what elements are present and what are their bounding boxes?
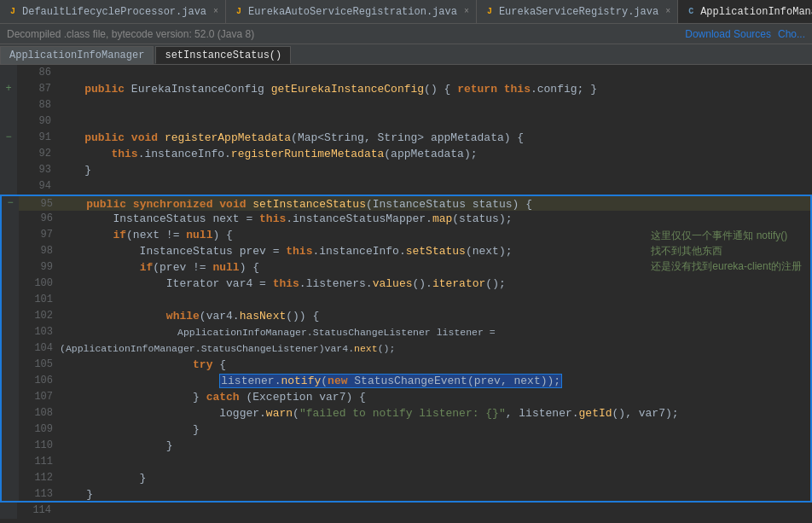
gutter-100 xyxy=(2,276,19,292)
gutter-86 xyxy=(0,65,17,81)
table-row: 110 } xyxy=(2,438,810,454)
code-98: InstanceStatus prev = this.instanceInfo.… xyxy=(60,243,810,259)
linenum-91: 91 xyxy=(17,130,58,146)
linenum-109: 109 xyxy=(19,421,60,438)
gutter-88 xyxy=(0,97,17,113)
code-editor[interactable]: 86 + 87 public EurekaInstanceConfig getE… xyxy=(0,65,812,523)
table-row: + 87 public EurekaInstanceConfig getEure… xyxy=(0,81,812,97)
code-94 xyxy=(58,178,812,195)
table-row: 97 if(next != null) { xyxy=(2,227,810,243)
table-row: 93 } xyxy=(0,162,812,178)
code-101 xyxy=(60,292,810,308)
code-114 xyxy=(58,503,812,519)
linenum-86: 86 xyxy=(17,65,58,81)
linenum-97: 97 xyxy=(19,227,60,243)
gutter-94 xyxy=(0,178,17,195)
choose-link[interactable]: Cho... xyxy=(778,28,805,40)
gutter-113 xyxy=(2,486,19,501)
linenum-110: 110 xyxy=(19,438,60,454)
code-111 xyxy=(60,454,810,470)
gutter-105 xyxy=(2,357,19,373)
code-112: } xyxy=(60,470,810,486)
gutter-112 xyxy=(2,470,19,486)
linenum-111: 111 xyxy=(19,454,60,470)
linenum-101: 101 xyxy=(19,292,60,308)
linenum-100: 100 xyxy=(19,276,60,292)
method-body: 这里仅仅一个事件通知 notify() 找不到其他东西 还是没有找到eureka… xyxy=(0,211,812,486)
tab-defaultlifecycleprocessor[interactable]: J DefaultLifecycleProcessor.java × xyxy=(0,0,226,23)
tab-eurekaautosvc[interactable]: J EurekaAutoServiceRegistration.java × xyxy=(226,0,477,23)
linenum-96: 96 xyxy=(19,211,60,227)
table-row: 107 } catch (Exception var7) { xyxy=(2,389,810,405)
linenum-113: 113 xyxy=(19,486,60,501)
table-row: 108 logger.warn("failed to notify listen… xyxy=(2,405,810,421)
method-tabs: ApplicationInfoManager setInstanceStatus… xyxy=(0,44,812,65)
gutter-107 xyxy=(2,389,19,405)
code-86 xyxy=(58,65,812,81)
code-109: } xyxy=(60,421,810,438)
code-108: logger.warn("failed to notify listener: … xyxy=(60,405,810,421)
table-row: − 95 public synchronized void setInstanc… xyxy=(0,195,812,211)
table-row: 104 xyxy=(2,340,810,357)
linenum-90: 90 xyxy=(17,113,58,130)
table-row: 102 while(var4.hasNext()) { xyxy=(2,308,810,324)
tab-applicationinfomanager[interactable]: C ApplicationInfoManager.class × xyxy=(678,0,812,23)
code-96: InstanceStatus next = this.instanceStatu… xyxy=(60,211,810,227)
tab-eurekaserviceregistry[interactable]: J EurekaServiceRegistry.java × xyxy=(477,0,678,23)
gutter-99 xyxy=(2,259,19,276)
code-97: if(next != null) { xyxy=(60,227,810,243)
gutter-90 xyxy=(0,113,17,130)
table-row: 113 } xyxy=(0,486,812,503)
linenum-95: 95 xyxy=(19,196,60,211)
table-row: 88 xyxy=(0,97,812,113)
tab-close-icon[interactable]: × xyxy=(665,7,670,16)
code-95: public synchronized void setInstanceStat… xyxy=(60,196,810,211)
java-icon: J xyxy=(233,6,245,18)
code-92: this.instanceInfo.registerRuntimeMetadat… xyxy=(58,146,812,162)
editor: J DefaultLifecycleProcessor.java × J Eur… xyxy=(0,0,812,523)
gutter-106 xyxy=(2,373,19,389)
linenum-99: 99 xyxy=(19,259,60,276)
gutter-92 xyxy=(0,146,17,162)
linenum-87: 87 xyxy=(17,81,58,97)
code-100: Iterator var4 = this.listeners.values().… xyxy=(60,276,810,292)
tab-bar: J DefaultLifecycleProcessor.java × J Eur… xyxy=(0,0,812,24)
code-113: } xyxy=(60,486,810,501)
gutter-101 xyxy=(2,292,19,308)
method-tab-class[interactable]: ApplicationInfoManager xyxy=(0,46,154,64)
gutter-95: − xyxy=(2,196,19,211)
code-99: if(prev != null) { xyxy=(60,259,810,276)
java-icon: J xyxy=(7,6,19,18)
code-103: ApplicationInfoManager.StatusChangeListe… xyxy=(60,324,810,340)
linenum-104: 104 xyxy=(19,340,60,357)
table-row: 98 InstanceStatus prev = this.instanceIn… xyxy=(2,243,810,259)
info-bar: Decompiled .class file, bytecode version… xyxy=(0,24,812,44)
tab-close-icon[interactable]: × xyxy=(213,7,218,16)
download-sources-link[interactable]: Download Sources xyxy=(685,28,771,40)
code-104 xyxy=(60,340,810,357)
table-row: 112 } xyxy=(2,470,810,486)
linenum-98: 98 xyxy=(19,243,60,259)
table-row: 100 Iterator var4 = this.listeners.value… xyxy=(2,276,810,292)
table-row: 101 xyxy=(2,292,810,308)
table-row: 109 } xyxy=(2,421,810,438)
gutter-87: + xyxy=(0,81,17,97)
table-row: 111 xyxy=(2,454,810,470)
code-88 xyxy=(58,97,812,113)
linenum-114: 114 xyxy=(17,503,58,519)
method-tab-setinstancestatus[interactable]: setInstanceStatus() xyxy=(155,46,291,64)
gutter-110 xyxy=(2,438,19,454)
linenum-107: 107 xyxy=(19,389,60,405)
tab-close-icon[interactable]: × xyxy=(464,7,469,16)
table-row: 90 xyxy=(0,113,812,130)
code-91: public void registerAppMetadata(Map<Stri… xyxy=(58,130,812,146)
gutter-109 xyxy=(2,421,19,438)
linenum-106: 106 xyxy=(19,373,60,389)
class-icon: C xyxy=(685,6,697,18)
table-row: 92 this.instanceInfo.registerRuntimeMeta… xyxy=(0,146,812,162)
code-102: while(var4.hasNext()) { xyxy=(60,308,810,324)
code-87: public EurekaInstanceConfig getEurekaIns… xyxy=(58,81,812,97)
gutter-102 xyxy=(2,308,19,324)
lines-container: 86 + 87 public EurekaInstanceConfig getE… xyxy=(0,65,812,523)
gutter-114 xyxy=(0,503,17,519)
